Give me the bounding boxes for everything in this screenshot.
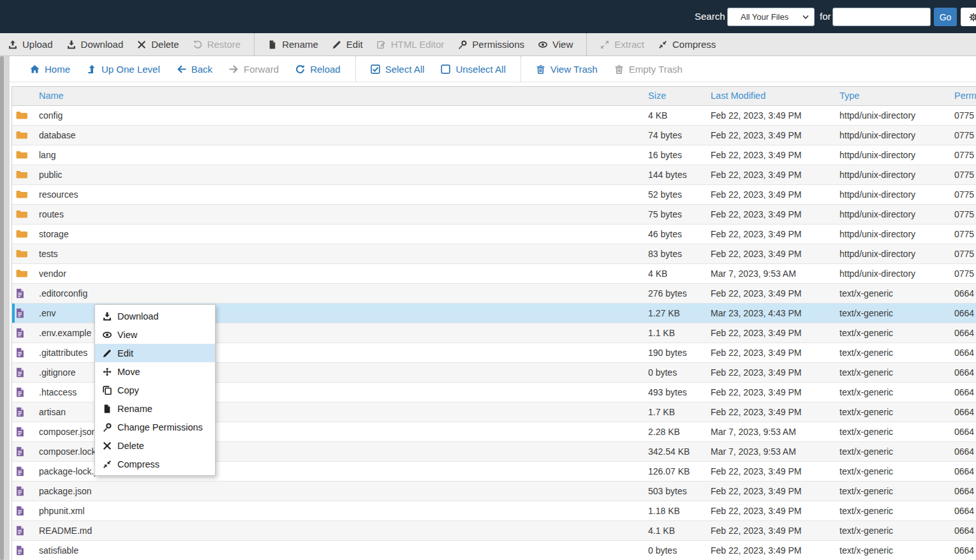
context-menu-item[interactable]: Edit (95, 344, 215, 362)
file-name: .editorconfig (39, 284, 87, 303)
table-row[interactable]: public 144 bytes Feb 22, 2023, 3:49 PM h… (12, 165, 976, 185)
toolbar-button: Restore (186, 33, 248, 56)
file-size: 46 bytes (648, 225, 682, 244)
table-row[interactable]: package.json 503 bytes Feb 22, 2023, 3:4… (12, 482, 976, 501)
file-size: 190 bytes (648, 343, 687, 362)
nav-button[interactable]: Unselect All (433, 56, 514, 82)
tree-pane-scrollbar[interactable] (0, 56, 10, 560)
action-toolbar: Upload Download Delete Restore Rename (0, 33, 976, 56)
file-name: storage (39, 225, 69, 244)
search-input[interactable] (832, 8, 931, 26)
nav-button[interactable]: Home (22, 56, 78, 82)
context-menu-item[interactable]: Download (95, 307, 215, 325)
table-row[interactable]: database 74 bytes Feb 22, 2023, 3:49 PM … (12, 126, 976, 145)
toolbar-button[interactable]: Delete (130, 33, 186, 56)
file-name: resources (39, 185, 78, 204)
toolbar-button[interactable]: Download (60, 33, 131, 56)
folder-icon (16, 189, 28, 199)
context-menu-item[interactable]: Rename (95, 399, 215, 418)
column-header-size[interactable]: Size (648, 87, 666, 105)
column-header-type[interactable]: Type (839, 87, 859, 105)
file-type: text/x-generic (839, 402, 893, 422)
table-row[interactable]: tests 83 bytes Feb 22, 2023, 3:49 PM htt… (12, 244, 976, 264)
nav-button[interactable]: View Trash (528, 56, 606, 82)
file-name: public (39, 165, 63, 184)
file-size: 52 bytes (648, 185, 682, 204)
nav-button[interactable]: Select All (362, 56, 433, 82)
nav-button[interactable]: Reload (287, 56, 349, 82)
toolbar-button[interactable]: Compress (651, 33, 723, 56)
select-all-icon (371, 64, 380, 74)
file-permissions: 0664 (954, 343, 974, 362)
nav-button[interactable]: Back (168, 56, 221, 82)
column-header-permissions[interactable]: Permissions (954, 87, 976, 105)
file-permissions: 0775 (954, 185, 974, 204)
table-row[interactable]: resources 52 bytes Feb 22, 2023, 3:49 PM… (12, 185, 976, 205)
file-type: text/x-generic (839, 462, 893, 481)
search-go-button[interactable]: Go (934, 8, 957, 26)
column-header-last-modified[interactable]: Last Modified (711, 87, 765, 105)
forward-icon (229, 64, 239, 74)
context-menu-item[interactable]: Compress (95, 455, 215, 473)
view-icon (103, 330, 112, 339)
file-type: httpd/unix-directory (839, 244, 915, 263)
file-icon (16, 466, 24, 476)
search-scope-select[interactable]: All Your Files (727, 8, 815, 26)
file-last-modified: Mar 7, 2023, 9:53 AM (711, 264, 796, 283)
file-size: 1.1 KB (648, 323, 675, 343)
file-type: text/x-generic (839, 323, 893, 343)
toolbar-button[interactable]: Upload (1, 33, 60, 56)
file-type: text/x-generic (839, 521, 893, 540)
toolbar-button[interactable]: View (531, 33, 580, 56)
file-size: 4.1 KB (648, 521, 675, 540)
table-row[interactable]: routes 75 bytes Feb 22, 2023, 3:49 PM ht… (12, 205, 976, 225)
column-header-name[interactable]: Name (39, 87, 64, 105)
context-menu-item[interactable]: Move (95, 362, 215, 381)
file-size: 2.28 KB (648, 422, 680, 441)
file-size: 74 bytes (648, 126, 682, 145)
settings-button[interactable] (961, 8, 976, 26)
toolbar-button[interactable]: Permissions (451, 33, 531, 56)
file-permissions: 0775 (954, 264, 974, 283)
table-row[interactable]: phpunit.xml 1.18 KB Feb 22, 2023, 3:49 P… (12, 501, 976, 521)
table-row[interactable]: satisfiable 0 bytes Feb 22, 2023, 3:49 P… (12, 541, 976, 560)
up-one-level-icon (87, 64, 96, 74)
file-last-modified: Feb 22, 2023, 3:49 PM (711, 482, 801, 501)
compress-icon (103, 460, 112, 469)
context-menu-item[interactable]: Copy (95, 381, 215, 399)
toolbar-button[interactable]: Rename (261, 33, 325, 56)
table-row[interactable]: vendor 4 KB Mar 7, 2023, 9:53 AM httpd/u… (12, 264, 976, 284)
folder-icon (16, 229, 28, 239)
file-permissions: 0664 (954, 482, 974, 501)
download-icon (67, 40, 76, 49)
table-row[interactable]: .editorconfig 276 bytes Feb 22, 2023, 3:… (12, 284, 976, 304)
file-icon (16, 288, 24, 298)
file-name: .gitattributes (39, 343, 87, 362)
folder-icon (16, 150, 28, 159)
table-row[interactable]: README.md 4.1 KB Feb 22, 2023, 3:49 PM t… (12, 521, 976, 541)
search-label: Search (695, 11, 725, 22)
file-size: 1.27 KB (648, 304, 680, 323)
back-icon (177, 64, 186, 74)
file-size: 342.54 KB (648, 442, 690, 461)
file-permissions: 0775 (954, 165, 974, 184)
navigation-bar: Home Up One Level Back Forward Reload (0, 56, 976, 82)
table-row[interactable]: lang 16 bytes Feb 22, 2023, 3:49 PM http… (12, 145, 976, 165)
scrollbar-thumb[interactable] (0, 56, 4, 560)
table-row[interactable]: config 4 KB Feb 22, 2023, 3:49 PM httpd/… (12, 106, 976, 126)
nav-button[interactable]: Up One Level (78, 56, 168, 82)
view-icon (538, 40, 547, 49)
toolbar-button[interactable]: Edit (325, 33, 370, 56)
context-menu-item[interactable]: View (95, 325, 215, 344)
folder-icon (16, 110, 28, 120)
file-last-modified: Feb 22, 2023, 3:49 PM (711, 185, 801, 204)
file-type: text/x-generic (839, 541, 893, 560)
file-icon (16, 545, 24, 556)
context-menu-item[interactable]: Delete (95, 436, 215, 455)
file-permissions: 0775 (954, 106, 974, 125)
context-menu-item[interactable]: Change Permissions (95, 418, 215, 436)
file-name: .env.example (39, 323, 91, 343)
file-permissions: 0664 (954, 422, 974, 441)
table-row[interactable]: storage 46 bytes Feb 22, 2023, 3:49 PM h… (12, 225, 976, 244)
delete-icon (137, 40, 146, 49)
